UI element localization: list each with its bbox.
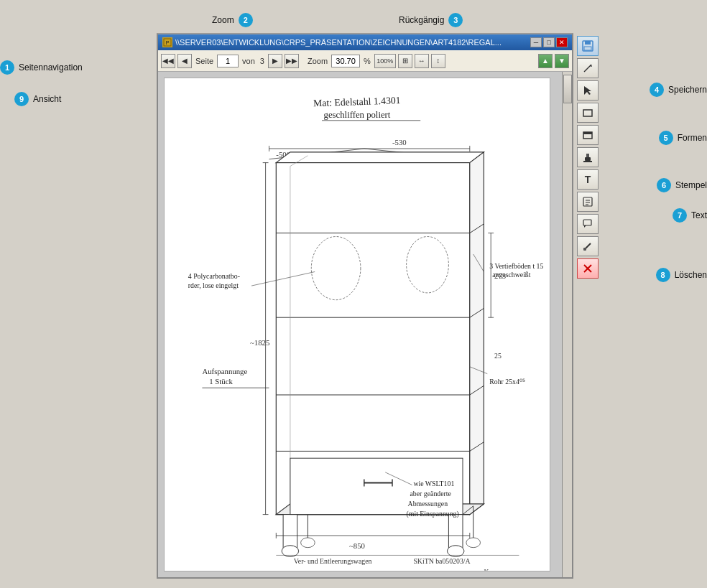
seitennavigation-annotation: 1 Seitennavigation: [0, 60, 83, 75]
svg-marker-94: [584, 225, 586, 228]
svg-text:-530: -530: [392, 138, 407, 146]
rueckgaengig-annotation: Rückgängig 3: [399, 13, 463, 27]
svg-text:Ver- und Entleerungswagen: Ver- und Entleerungswagen: [294, 557, 372, 565]
svg-point-36: [447, 546, 464, 557]
formen-annotation: Formen 5: [659, 131, 707, 145]
svg-text:~1825: ~1825: [250, 338, 269, 347]
content-area: Mat: Edelstahl 1.4301 geschliffen polier…: [158, 72, 572, 577]
text-label: Text: [691, 210, 707, 220]
svg-text:Abmessungen: Abmessungen: [408, 500, 448, 508]
svg-text:4 Polycarbonatbo-: 4 Polycarbonatbo-: [188, 272, 240, 280]
svg-text:P: P: [166, 40, 170, 45]
svg-rect-96: [583, 248, 586, 251]
svg-point-37: [301, 538, 315, 548]
svg-rect-77: [585, 41, 591, 45]
zoom-page-button[interactable]: ⊞: [398, 54, 412, 68]
zoom-badge: 2: [239, 13, 253, 27]
sketch-svg: Mat: Edelstahl 1.4301 geschliffen polier…: [165, 78, 550, 571]
nav-down-button[interactable]: ▼: [555, 54, 569, 68]
seitennavigation-label: Seitennavigation: [19, 62, 83, 73]
loeschen-badge: 8: [656, 268, 670, 282]
nav-up-button[interactable]: ▲: [538, 54, 553, 68]
title-bar: P \\SERVER03\ENTWICKLUNG\CRPS_PRÄSENTATI…: [158, 34, 572, 50]
window-title: \\SERVER03\ENTWICKLUNG\CRPS_PRÄSENTATION…: [175, 38, 527, 47]
svg-text:(mit Einspannung): (mit Einspannung): [407, 510, 459, 518]
save-rt-button[interactable]: [577, 36, 599, 56]
svg-marker-15: [470, 152, 484, 515]
maximize-button[interactable]: □: [543, 37, 555, 47]
zoom-annotation-label: Zoom: [212, 15, 234, 25]
svg-rect-83: [583, 110, 592, 116]
formen-label: Formen: [678, 133, 707, 143]
text-badge: 7: [673, 208, 687, 223]
pen-rt-button[interactable]: [577, 58, 599, 78]
svg-point-35: [282, 546, 299, 557]
delete-rt-button[interactable]: [577, 258, 599, 279]
app-icon: P: [162, 37, 172, 47]
rect-filled-rt-button[interactable]: [577, 125, 599, 145]
stempel-label: Stempel: [675, 180, 707, 190]
stamp-rt-button[interactable]: [577, 147, 599, 167]
rueckgaengig-label: Rückgängig: [399, 15, 444, 25]
zoom-label: Zoom: [308, 57, 328, 65]
vertical-scrollbar[interactable]: [562, 72, 572, 577]
svg-text:1 Stück: 1 Stück: [209, 377, 233, 386]
rueckgaengig-badge: 3: [448, 13, 463, 27]
svg-rect-30: [448, 515, 463, 550]
close-button[interactable]: ✕: [556, 37, 568, 47]
text-annotation: Text 7: [673, 208, 707, 223]
minimize-button[interactable]: ─: [530, 37, 542, 47]
ansicht-badge: 9: [14, 92, 29, 106]
tool-rt-button[interactable]: [577, 236, 599, 256]
svg-line-80: [584, 70, 586, 72]
svg-rect-85: [583, 132, 592, 134]
select-rt-button[interactable]: [577, 80, 599, 101]
svg-text:25: 25: [494, 352, 502, 360]
svg-rect-88: [583, 161, 592, 162]
window-controls: ─ □ ✕: [530, 37, 568, 47]
svg-text:3 Vertiefböden t 15: 3 Vertiefböden t 15: [489, 262, 543, 270]
prev-page-button[interactable]: ◀: [177, 54, 192, 68]
zoom-annotation: Zoom 2: [212, 13, 253, 27]
sketch-area: Mat: Edelstahl 1.4301 geschliffen polier…: [165, 78, 550, 571]
svg-text:wie WSLT101: wie WSLT101: [413, 480, 454, 487]
stempel-annotation: Stempel 6: [657, 178, 707, 192]
last-page-button[interactable]: ▶▶: [285, 54, 299, 68]
speichern-label: Speichern: [668, 85, 707, 95]
zoom-input[interactable]: [331, 55, 360, 67]
svg-text:SKiTN ba050203/A: SKiTN ba050203/A: [413, 557, 470, 565]
svg-rect-93: [583, 220, 591, 225]
svg-rect-87: [586, 154, 589, 157]
document-window: P \\SERVER03\ENTWICKLUNG\CRPS_PRÄSENTATI…: [157, 33, 573, 579]
note-rt-button[interactable]: [577, 192, 599, 212]
scrollbar-thumb[interactable]: [563, 75, 572, 103]
page-total: 3: [260, 57, 264, 65]
callout-rt-button[interactable]: [577, 214, 599, 234]
stempel-badge: 6: [657, 178, 671, 192]
seitennavigation-badge: 1: [0, 60, 14, 75]
ansicht-annotation: 9 Ansicht: [14, 92, 61, 106]
svg-rect-86: [585, 157, 591, 161]
next-page-button[interactable]: ▶: [268, 54, 282, 68]
svg-marker-13: [276, 152, 484, 163]
svg-text:Kum: Kum: [484, 568, 498, 571]
svg-text:~850: ~850: [349, 541, 365, 550]
text-rt-button[interactable]: T: [577, 169, 599, 190]
first-page-button[interactable]: ◀◀: [161, 54, 175, 68]
zoom-100-button[interactable]: 100%: [374, 54, 396, 68]
svg-marker-82: [584, 86, 591, 95]
page-input[interactable]: [217, 55, 239, 67]
svg-rect-29: [283, 515, 297, 550]
zoom-width-button[interactable]: ↔: [415, 54, 429, 68]
svg-text:rder, lose eingelgt: rder, lose eingelgt: [188, 281, 239, 289]
zoom-percent: %: [364, 57, 371, 65]
document-toolbar: ◀◀ ◀ Seite von 3 ▶ ▶▶ Zoom % 100% ⊞ ↔ ↕ …: [158, 50, 572, 72]
svg-text:Aufspannunge: Aufspannunge: [202, 367, 247, 375]
zoom-height-button[interactable]: ↕: [431, 54, 445, 68]
loeschen-annotation: Löschen 8: [656, 268, 707, 282]
svg-text:geschliffen poliert: geschliffen poliert: [324, 110, 391, 120]
svg-text:aber geänderte: aber geänderte: [410, 490, 452, 498]
rect-rt-button[interactable]: [577, 103, 599, 123]
svg-text:Rohr 25x4⁰⁵: Rohr 25x4⁰⁵: [489, 378, 525, 386]
speichern-badge: 4: [650, 83, 664, 97]
